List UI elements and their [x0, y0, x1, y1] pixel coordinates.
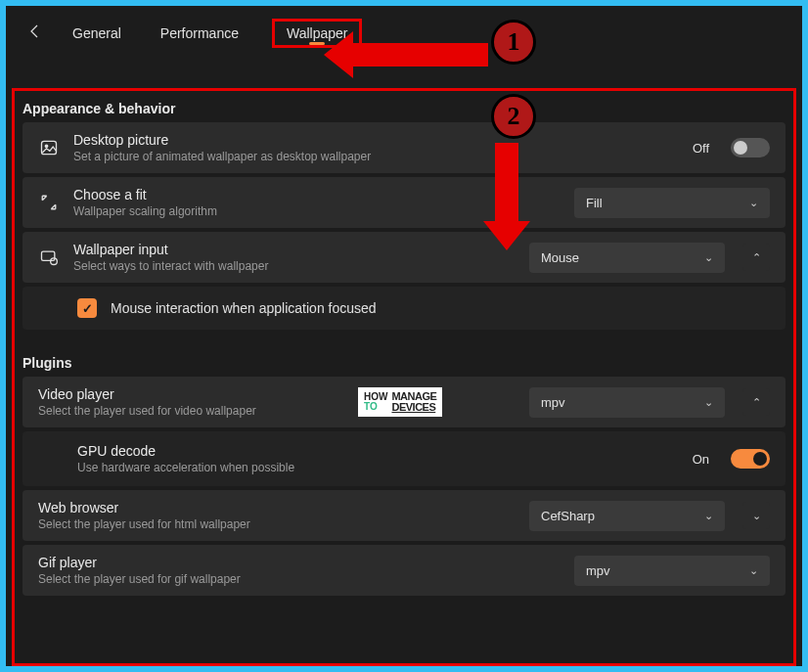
- web-browser-subtitle: Select the player used for html wallpape…: [38, 517, 516, 531]
- row-wallpaper-input[interactable]: Wallpaper input Select ways to interact …: [22, 232, 786, 283]
- annotation-arrow-2: [483, 143, 530, 250]
- annotation-badge-1: 1: [491, 20, 536, 65]
- video-player-value: mpv: [541, 395, 565, 410]
- chevron-down-icon: ⌄: [704, 396, 713, 409]
- mouse-interaction-label: Mouse interaction when application focus…: [111, 300, 377, 316]
- gif-player-value: mpv: [586, 563, 610, 578]
- web-browser-title: Web browser: [38, 500, 516, 515]
- desktop-picture-toggle[interactable]: [731, 138, 770, 157]
- annotation-badge-2: 2: [491, 94, 536, 139]
- row-gif-player[interactable]: Gif player Select the player used for gi…: [22, 545, 786, 596]
- web-browser-select[interactable]: CefSharp ⌄: [529, 501, 725, 531]
- gif-player-title: Gif player: [38, 555, 561, 570]
- video-player-subtitle: Select the player used for video wallpap…: [38, 404, 516, 418]
- chevron-down-icon: ⌄: [749, 197, 758, 209]
- desktop-picture-toggle-label: Off: [693, 141, 709, 156]
- tab-performance[interactable]: Performance: [155, 18, 245, 49]
- choose-fit-select[interactable]: Fill ⌄: [574, 188, 770, 218]
- tabs: General Performance Wallpaper: [67, 18, 362, 49]
- row-mouse-interaction[interactable]: ✓ Mouse interaction when application foc…: [22, 287, 786, 330]
- row-desktop-picture[interactable]: Desktop picture Set a picture of animate…: [22, 122, 786, 173]
- section-plugins-title: Plugins: [15, 334, 793, 373]
- video-player-title: Video player: [38, 386, 516, 402]
- web-browser-expand[interactable]: ⌄: [742, 502, 770, 529]
- web-browser-value: CefSharp: [541, 509, 595, 523]
- video-player-select[interactable]: mpv ⌄: [529, 387, 725, 418]
- svg-rect-2: [42, 251, 55, 260]
- section-appearance-title: Appearance & behavior: [15, 91, 793, 118]
- settings-window: General Performance Wallpaper 1 2 HOW TO…: [6, 6, 802, 666]
- gif-player-subtitle: Select the player used for gif wallpaper: [38, 572, 561, 586]
- gpu-decode-title: GPU decode: [77, 443, 679, 459]
- tab-general[interactable]: General: [67, 18, 127, 49]
- wallpaper-input-subtitle: Select ways to interact with wallpaper: [73, 259, 516, 273]
- watermark-logo: HOW TO MANAGE DEVICES: [358, 387, 442, 417]
- wallpaper-input-title: Wallpaper input: [73, 242, 516, 257]
- fit-icon: [38, 192, 60, 213]
- video-player-collapse[interactable]: ⌃: [742, 388, 770, 416]
- gpu-decode-toggle-label: On: [693, 452, 709, 467]
- desktop-picture-subtitle: Set a picture of animated wallpaper as d…: [73, 150, 679, 163]
- input-icon: [38, 246, 60, 268]
- svg-point-1: [45, 145, 48, 148]
- annotation-arrow-1: [324, 31, 488, 78]
- gpu-decode-subtitle: Use hardware acceleration when possible: [77, 461, 679, 474]
- chevron-down-icon: ⌄: [704, 510, 713, 522]
- mouse-interaction-checkbox[interactable]: ✓: [77, 298, 97, 318]
- desktop-picture-title: Desktop picture: [73, 132, 679, 148]
- gpu-decode-toggle[interactable]: [731, 449, 770, 469]
- wallpaper-input-select[interactable]: Mouse ⌄: [529, 243, 725, 273]
- content-area: Appearance & behavior Desktop picture Se…: [12, 88, 796, 666]
- back-button[interactable]: [23, 20, 47, 47]
- row-web-browser[interactable]: Web browser Select the player used for h…: [22, 490, 786, 541]
- wallpaper-input-value: Mouse: [541, 250, 579, 265]
- choose-fit-value: Fill: [586, 196, 603, 210]
- chevron-down-icon: ⌄: [749, 564, 758, 577]
- chevron-down-icon: ⌄: [704, 251, 713, 264]
- svg-point-3: [51, 258, 58, 265]
- wallpaper-input-collapse[interactable]: ⌃: [742, 244, 770, 271]
- row-gpu-decode[interactable]: GPU decode Use hardware acceleration whe…: [22, 431, 786, 486]
- picture-icon: [38, 137, 60, 158]
- row-choose-fit[interactable]: Choose a fit Wallpaper scaling algorithm…: [22, 177, 786, 228]
- gif-player-select[interactable]: mpv ⌄: [574, 556, 770, 586]
